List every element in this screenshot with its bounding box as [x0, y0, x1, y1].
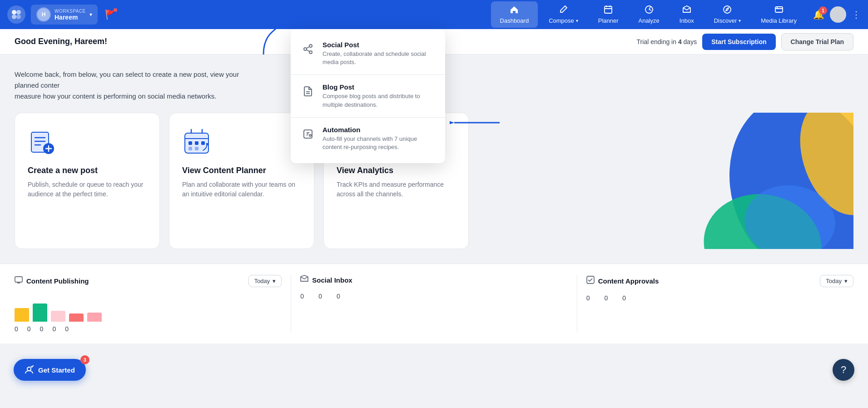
trial-controls: Trial ending in 4 days Start Subscriptio… — [637, 33, 853, 50]
content-publishing-title: Content Publishing — [26, 277, 89, 285]
social-post-icon — [300, 41, 316, 57]
nav-label-inbox: Inbox — [680, 17, 694, 24]
dropdown-divider-2 — [291, 117, 445, 118]
hero-illustration — [478, 113, 853, 249]
filter-chevron-icon: ▾ — [273, 278, 276, 284]
svg-line-13 — [307, 50, 310, 52]
dropdown-item-blog-post[interactable]: Blog Post Compose blog posts and distrib… — [291, 77, 445, 115]
card-content-planner-title: View Content Planner — [182, 166, 301, 175]
nav-item-discover[interactable]: Discover ▾ — [705, 1, 750, 28]
bar-green — [33, 304, 47, 322]
flag-badge — [114, 8, 117, 12]
compose-dropdown: Social Post Create, collaborate and sche… — [291, 29, 445, 163]
svg-point-11 — [304, 48, 307, 50]
content-approvals-filter[interactable]: Today ▾ — [820, 275, 853, 287]
svg-rect-9 — [775, 7, 783, 12]
content-publishing-icon — [15, 276, 23, 286]
greeting-text: Good Evening, Hareem! — [15, 37, 107, 46]
notification-bell[interactable]: 🔔 1 — [813, 9, 824, 20]
nav-item-analyze[interactable]: Analyze — [630, 1, 669, 28]
nav-item-media-library[interactable]: Media Library — [752, 1, 806, 28]
blog-post-icon — [300, 83, 316, 100]
social-inbox-icon — [300, 275, 308, 285]
card-analytics-title: View Analytics — [337, 166, 456, 175]
navbar: H WORKSPACE Hareem ▾ 🚩 Dashboard — [0, 0, 868, 29]
svg-rect-31 — [195, 147, 198, 150]
get-started-button[interactable]: Get Started 3 — [14, 359, 86, 381]
content-approvals-numbers: 0 0 0 — [586, 294, 853, 302]
svg-rect-43 — [15, 277, 22, 282]
nav-label-dashboard: Dashboard — [500, 17, 529, 24]
nav-label-discover: Discover — [714, 17, 737, 24]
create-post-icon — [28, 128, 57, 157]
svg-point-3 — [16, 15, 21, 19]
nav-item-planner[interactable]: Planner — [589, 1, 628, 28]
notification-badge: 1 — [819, 6, 827, 15]
widget-content-approvals: Content Approvals Today ▾ 0 0 0 — [586, 275, 853, 333]
app-logo[interactable] — [7, 5, 25, 24]
svg-rect-30 — [188, 147, 192, 150]
bar-red — [69, 313, 84, 322]
more-options-button[interactable]: ⋮ — [852, 9, 861, 20]
nav-label-compose: Compose — [549, 17, 574, 24]
card-analytics-desc: Track KPIs and measure performance acros… — [337, 180, 456, 199]
card-content-planner-desc: Plan and collaborate with your teams on … — [182, 180, 301, 199]
content-publishing-filter[interactable]: Today ▾ — [248, 275, 282, 287]
svg-point-18 — [309, 134, 311, 136]
nav-label-planner: Planner — [598, 17, 619, 24]
dropdown-item-social-post[interactable]: Social Post Create, collaborate and sche… — [291, 35, 445, 73]
content-publishing-chart — [15, 294, 282, 322]
bar-light-pink-1 — [51, 311, 65, 322]
svg-rect-29 — [201, 141, 205, 145]
social-inbox-numbers: 0 0 0 — [300, 293, 567, 300]
svg-point-1 — [16, 10, 21, 15]
compose-icon — [559, 5, 568, 16]
dropdown-item-automation[interactable]: Automation Auto-fill your channels with … — [291, 119, 445, 158]
content-publishing-numbers: 0 0 0 0 0 — [15, 325, 282, 333]
change-trial-plan-button[interactable]: Change Trial Plan — [781, 33, 853, 50]
bar-yellow — [15, 308, 29, 322]
flag-button[interactable]: 🚩 — [105, 9, 116, 20]
social-post-title: Social Post — [322, 41, 436, 49]
inbox-icon — [682, 5, 691, 16]
card-create-post[interactable]: Create a new post Publish, schedule or q… — [15, 113, 160, 249]
svg-point-47 — [27, 367, 31, 371]
nav-label-media-library: Media Library — [761, 17, 797, 24]
nav-menu: Dashboard Compose ▾ Planner — [491, 1, 806, 28]
help-button[interactable]: ? — [833, 359, 854, 381]
compose-chevron-icon: ▾ — [576, 18, 578, 23]
workspace-avatar: H — [36, 7, 51, 22]
discover-chevron-icon: ▾ — [739, 18, 741, 23]
svg-line-14 — [307, 47, 310, 49]
svg-point-0 — [12, 10, 16, 15]
automation-desc: Auto-fill your channels with 7 unique co… — [322, 135, 436, 151]
trial-info: Trial ending in 4 days — [637, 38, 697, 45]
user-avatar[interactable] — [830, 6, 846, 23]
nav-item-dashboard[interactable]: Dashboard — [491, 1, 538, 28]
workspace-switcher[interactable]: H WORKSPACE Hareem ▾ — [31, 5, 98, 25]
bar-light-pink-2 — [87, 313, 102, 322]
svg-point-12 — [309, 51, 312, 54]
get-started-badge: 3 — [80, 355, 89, 364]
widget-content-publishing: Content Publishing Today ▾ 0 0 0 0 0 — [15, 275, 282, 333]
nav-right-controls: 🔔 1 ⋮ — [813, 6, 861, 23]
workspace-chevron-icon: ▾ — [89, 11, 92, 18]
svg-text:H: H — [42, 11, 46, 18]
start-subscription-button[interactable]: Start Subscription — [702, 34, 775, 50]
automation-title: Automation — [322, 126, 436, 134]
nav-label-analyze: Analyze — [639, 17, 660, 24]
svg-rect-6 — [605, 6, 612, 13]
content-approvals-icon — [586, 276, 595, 286]
svg-rect-28 — [195, 141, 198, 145]
blog-post-title: Blog Post — [322, 83, 436, 91]
nav-item-inbox[interactable]: Inbox — [670, 1, 703, 28]
automation-icon — [300, 126, 316, 142]
widget-social-inbox: Social Inbox 0 0 0 — [291, 275, 577, 333]
card-create-post-title: Create a new post — [28, 166, 147, 175]
planner-icon — [604, 5, 613, 16]
workspace-name: Hareem — [55, 14, 86, 21]
blog-post-desc: Compose blog posts and distribute to mul… — [322, 92, 436, 109]
nav-item-compose[interactable]: Compose ▾ — [540, 1, 587, 28]
workspace-label: WORKSPACE — [55, 9, 86, 14]
approvals-filter-chevron-icon: ▾ — [844, 278, 848, 284]
